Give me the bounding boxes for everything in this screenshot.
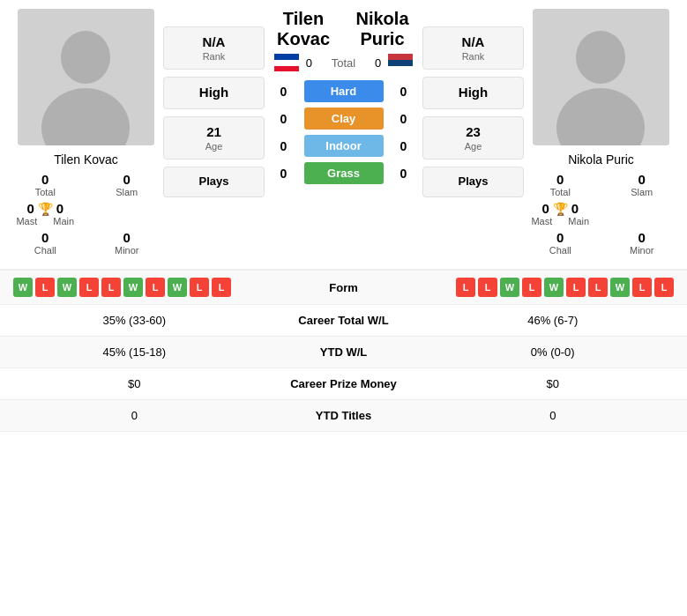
form-badge-l: L bbox=[79, 278, 99, 297]
left-flag-icon bbox=[274, 54, 299, 71]
form-badge-l: L bbox=[190, 278, 209, 297]
surface-rows: 0 Hard 0 0 Clay 0 0 Indoor 0 0 Grass 0 bbox=[265, 80, 422, 189]
left-total-score-flag: 0 bbox=[306, 56, 312, 70]
left-rank-box: N/A Rank bbox=[163, 26, 265, 70]
left-main-value: 0 bbox=[56, 201, 63, 216]
right-indoor-score: 0 bbox=[391, 139, 417, 153]
grass-badge: Grass bbox=[304, 162, 384, 184]
stats-left-val: $0 bbox=[13, 377, 256, 390]
stats-left-val: 35% (33-60) bbox=[13, 314, 256, 327]
right-hard-score: 0 bbox=[391, 85, 417, 99]
left-chall-label: Chall bbox=[34, 245, 56, 256]
left-high-box: High bbox=[163, 77, 265, 109]
right-chall-value: 0 bbox=[556, 230, 564, 245]
left-minor-label: Minor bbox=[115, 245, 139, 256]
stats-row: 45% (15-18) YTD W/L 0% (0-0) bbox=[0, 337, 687, 368]
right-flag-icon bbox=[388, 54, 413, 71]
left-mast-label: Mast bbox=[16, 216, 37, 226]
right-minor-value: 0 bbox=[638, 230, 646, 245]
form-badge-l: L bbox=[212, 278, 231, 297]
left-age-value: 21 bbox=[168, 124, 260, 139]
left-player-block: Tilen Kovac 0 Total 0 Slam 0 🏆 0 Mast Ma… bbox=[9, 9, 163, 256]
stats-center-label: YTD Titles bbox=[256, 409, 432, 422]
right-flag-area: 0 bbox=[375, 54, 413, 71]
right-plays-box: Plays bbox=[422, 167, 524, 197]
left-age-box: 21 Age bbox=[163, 116, 265, 160]
bottom-section: WLWLLWLWLL Form LLWLWLLWLL 35% (33-60) C… bbox=[0, 269, 687, 432]
stats-right-val: $0 bbox=[432, 377, 675, 390]
left-main-label: Main bbox=[53, 216, 74, 226]
svg-point-10 bbox=[576, 31, 625, 84]
left-player-stats: 0 Total 0 Slam 0 🏆 0 Mast Main 0 bbox=[9, 172, 163, 256]
right-chall-label: Chall bbox=[549, 245, 571, 256]
form-badge-w: W bbox=[610, 278, 630, 297]
form-badge-w: W bbox=[500, 278, 519, 297]
left-player-name: Tilen Kovac bbox=[54, 152, 118, 167]
right-middle-info: N/A Rank High 23 Age Plays bbox=[422, 18, 524, 197]
left-high-value: High bbox=[168, 85, 260, 100]
stats-right-val: 0 bbox=[432, 409, 675, 422]
right-high-value: High bbox=[427, 85, 519, 100]
right-age-box: 23 Age bbox=[422, 116, 524, 160]
stats-row: 0 YTD Titles 0 bbox=[0, 400, 687, 432]
svg-rect-5 bbox=[274, 66, 299, 71]
left-chall-stat: 0 Chall bbox=[9, 230, 82, 256]
stats-right-val: 0% (0-0) bbox=[432, 345, 675, 359]
form-badge-l: L bbox=[35, 278, 55, 297]
form-badge-l: L bbox=[654, 278, 674, 297]
right-high-box: High bbox=[422, 77, 524, 109]
form-badge-w: W bbox=[123, 278, 143, 297]
left-player-avatar bbox=[18, 9, 154, 145]
left-mast-value: 0 bbox=[26, 201, 34, 216]
left-total-label: Total bbox=[35, 187, 56, 197]
grass-surface-row: 0 Grass 0 bbox=[265, 162, 422, 184]
right-slam-stat: 0 Slam bbox=[606, 172, 679, 197]
right-mast-stat: 0 🏆 0 Mast Main bbox=[524, 201, 597, 226]
right-total-value: 0 bbox=[556, 172, 564, 187]
right-total-score-flag: 0 bbox=[375, 56, 381, 70]
left-grass-score: 0 bbox=[271, 167, 297, 181]
right-grass-score: 0 bbox=[391, 167, 417, 181]
svg-rect-7 bbox=[388, 60, 413, 66]
right-player-stats: 0 Total 0 Slam 0 🏆 0 Mast Main 0 bbox=[524, 172, 678, 256]
center-content: Tilen Kovac Nikola Puric 0 Total 0 bbox=[265, 9, 422, 189]
clay-badge: Clay bbox=[304, 108, 384, 130]
form-badge-l: L bbox=[566, 278, 586, 297]
form-badge-l: L bbox=[101, 278, 121, 297]
right-main-value: 0 bbox=[571, 201, 579, 216]
left-age-label: Age bbox=[168, 141, 260, 152]
left-rank-value: N/A bbox=[168, 34, 260, 49]
stats-row: 35% (33-60) Career Total W/L 46% (6-7) bbox=[0, 305, 687, 337]
left-mast-stat: 0 🏆 0 Mast Main bbox=[9, 201, 82, 226]
indoor-badge: Indoor bbox=[304, 135, 384, 157]
form-badge-l: L bbox=[632, 278, 652, 297]
right-mast-label: Mast bbox=[531, 216, 552, 226]
right-mast-value: 0 bbox=[541, 201, 549, 216]
form-badge-l: L bbox=[456, 278, 475, 297]
right-player-name: Nikola Puric bbox=[568, 152, 634, 167]
svg-rect-8 bbox=[388, 66, 413, 71]
indoor-surface-row: 0 Indoor 0 bbox=[265, 135, 422, 157]
left-flag-area: 0 bbox=[274, 54, 312, 71]
stats-left-val: 0 bbox=[13, 409, 256, 422]
left-slam-stat: 0 Slam bbox=[91, 172, 164, 197]
svg-rect-4 bbox=[274, 60, 299, 66]
left-plays-box: Plays bbox=[163, 167, 265, 197]
right-trophy-icon: 🏆 bbox=[553, 202, 568, 216]
stats-table: 35% (33-60) Career Total W/L 46% (6-7) 4… bbox=[0, 305, 687, 432]
hard-badge: Hard bbox=[304, 80, 384, 102]
form-badge-w: W bbox=[13, 278, 33, 297]
stats-left-val: 45% (15-18) bbox=[13, 345, 256, 359]
right-rank-box: N/A Rank bbox=[422, 26, 524, 70]
right-rank-label: Rank bbox=[427, 51, 519, 62]
right-total-stat: 0 Total bbox=[524, 172, 597, 197]
right-minor-stat: 0 Minor bbox=[606, 230, 679, 256]
left-hard-score: 0 bbox=[271, 85, 297, 99]
right-plays-value: Plays bbox=[427, 174, 519, 188]
left-form-badges: WLWLLWLWLL bbox=[13, 278, 291, 297]
right-slam-value: 0 bbox=[638, 172, 646, 187]
form-row: WLWLLWLWLL Form LLWLWLLWLL bbox=[0, 271, 687, 305]
svg-rect-6 bbox=[388, 54, 413, 60]
stats-center-label: Career Total W/L bbox=[256, 314, 432, 327]
left-indoor-score: 0 bbox=[271, 139, 297, 153]
